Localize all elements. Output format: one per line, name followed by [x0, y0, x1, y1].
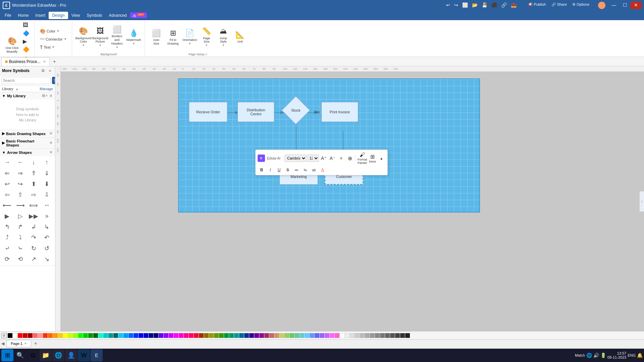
color-swatch[interactable]	[123, 333, 128, 338]
arrow-shape-29[interactable]: ⤴	[1, 233, 13, 243]
subscript-btn[interactable]: ab	[310, 166, 318, 174]
arrow-shape-4[interactable]: ↑	[41, 158, 53, 168]
start-btn[interactable]: ⊞	[1, 349, 13, 361]
color-swatch[interactable]	[199, 333, 204, 338]
color-swatch[interactable]	[214, 333, 219, 338]
color-swatch[interactable]	[219, 333, 224, 338]
color-swatch[interactable]	[249, 333, 254, 338]
color-swatch[interactable]	[53, 333, 58, 338]
beautify-option-4[interactable]: 🔶	[21, 46, 32, 53]
arrow-shapes-header[interactable]: ▼ Arrow Shapes ✕	[0, 149, 55, 156]
color-swatch[interactable]	[294, 333, 299, 338]
color-swatch[interactable]	[128, 333, 133, 338]
connector-btn[interactable]: 〰 Connector ▼	[38, 36, 69, 43]
panel-collapse-btn[interactable]: «	[47, 68, 53, 74]
color-swatch[interactable]	[320, 333, 324, 338]
color-swatch[interactable]	[108, 333, 113, 338]
color-swatch[interactable]	[264, 333, 269, 338]
bold-btn[interactable]: B	[258, 166, 266, 174]
arrow-shape-19[interactable]: ⟺	[28, 200, 39, 210]
shape-distribution-centre[interactable]: DistributionCentre	[237, 102, 274, 122]
arrow-shape-15[interactable]: ⇨	[28, 190, 39, 200]
menu-item-symbols[interactable]: Symbols	[84, 12, 106, 19]
font-decrease-btn[interactable]: A⁻	[328, 155, 336, 162]
page-tab-dropdown[interactable]: ▼	[24, 342, 27, 345]
color-swatch[interactable]	[239, 333, 244, 338]
color-swatch[interactable]	[28, 333, 33, 338]
color-swatch[interactable]	[154, 333, 158, 338]
new-window-btn[interactable]: ⬜	[460, 2, 470, 9]
color-swatch[interactable]	[118, 333, 123, 338]
borders-headers-btn[interactable]: ⬜ Borders andHeaders ▼	[109, 28, 125, 47]
fit-to-drawing-btn[interactable]: ⊞ Fit toDrawing	[165, 28, 181, 47]
taskbar-app-explorer[interactable]: 📁	[40, 349, 52, 361]
color-swatch[interactable]	[305, 333, 309, 338]
color-swatch[interactable]	[234, 333, 239, 338]
arrow-shape-39[interactable]: ↗	[28, 254, 39, 264]
menu-item-file[interactable]: File	[1, 12, 14, 19]
menu-item-ai[interactable]: AI HOT	[130, 12, 147, 18]
arrow-shape-11[interactable]: ⬆	[28, 179, 39, 189]
taskbar-app-word[interactable]: W	[78, 349, 90, 361]
color-swatch[interactable]	[43, 333, 48, 338]
strikethrough-btn[interactable]: S	[284, 166, 292, 174]
italic-btn[interactable]: I	[266, 166, 274, 174]
color-swatch[interactable]	[103, 333, 108, 338]
arrow-shape-17[interactable]: ⟵	[1, 200, 13, 210]
redo-btn[interactable]: ↪	[452, 2, 460, 9]
arrow-shape-5[interactable]: ⇐	[1, 168, 13, 178]
background-picture-btn[interactable]: 🖼 BackgroundPicture ▼	[92, 28, 108, 47]
color-swatch[interactable]	[204, 333, 209, 338]
text-btn[interactable]: T Text ▼	[38, 44, 57, 51]
color-swatch[interactable]	[390, 333, 395, 338]
share-btn[interactable]: 🔗 Share	[549, 2, 570, 9]
color-swatch[interactable]	[254, 333, 259, 338]
arrow-shape-33[interactable]: ⤶	[1, 243, 13, 253]
color-swatch[interactable]	[58, 333, 63, 338]
color-swatch[interactable]	[244, 333, 249, 338]
manage-btn[interactable]: Manage	[40, 87, 53, 91]
color-swatch[interactable]	[370, 333, 375, 338]
color-swatch[interactable]	[274, 333, 279, 338]
color-swatch[interactable]	[48, 333, 53, 338]
font-increase-btn[interactable]: A⁺	[320, 155, 328, 162]
color-swatch[interactable]	[83, 333, 88, 338]
jump-style-btn[interactable]: ⛰ JumpStyle ▼	[215, 28, 231, 47]
toolbar-collapse-btn[interactable]: ▲	[377, 155, 385, 162]
color-swatch[interactable]	[355, 333, 360, 338]
format-painter-btn[interactable]: 🖌 Format Painter	[357, 151, 368, 165]
color-swatch[interactable]	[38, 333, 43, 338]
arrow-shape-24[interactable]: »	[41, 211, 53, 221]
basic-drawing-close-btn[interactable]: ✕	[48, 131, 53, 136]
color-swatch[interactable]	[159, 333, 163, 338]
color-swatch[interactable]	[88, 333, 93, 338]
arrow-shape-22[interactable]: ▷	[15, 211, 26, 221]
align-left-btn[interactable]: ≡	[337, 155, 345, 162]
basic-flowchart-close-btn[interactable]: ✕	[48, 141, 53, 145]
color-swatch[interactable]	[340, 333, 344, 338]
color-swatch[interactable]	[164, 333, 168, 338]
arrow-shape-14[interactable]: ⇧	[15, 190, 26, 200]
watermark-btn[interactable]: 💧 Watermark ▼	[126, 28, 142, 47]
arrow-shape-30[interactable]: ⤵	[15, 233, 26, 243]
arrow-shape-20[interactable]: ↔	[41, 200, 53, 210]
color-swatch[interactable]	[400, 333, 405, 338]
arrow-shape-27[interactable]: ↲	[28, 222, 39, 232]
color-swatch[interactable]	[375, 333, 380, 338]
color-swatch[interactable]	[300, 333, 304, 338]
more-btn[interactable]: ⊞ More	[369, 153, 377, 164]
color-swatch[interactable]	[113, 333, 118, 338]
color-swatch[interactable]	[189, 333, 194, 338]
tab-business-process[interactable]: Business Proce... ✕	[1, 57, 50, 66]
color-swatch[interactable]	[289, 333, 294, 338]
color-swatch[interactable]	[360, 333, 365, 338]
taskview-btn[interactable]: ⧉	[27, 349, 39, 361]
color-swatch[interactable]	[380, 333, 385, 338]
color-swatch[interactable]	[23, 333, 28, 338]
color-swatch[interactable]	[345, 333, 350, 338]
numbered-list-btn[interactable]: ≒	[301, 166, 309, 174]
options-btn[interactable]: ⚙ Options	[570, 2, 592, 9]
auto-size-btn[interactable]: ⬜ AutoSize	[148, 28, 164, 47]
color-swatch[interactable]	[229, 333, 234, 338]
beautify-option-3[interactable]: ▶	[21, 38, 32, 45]
